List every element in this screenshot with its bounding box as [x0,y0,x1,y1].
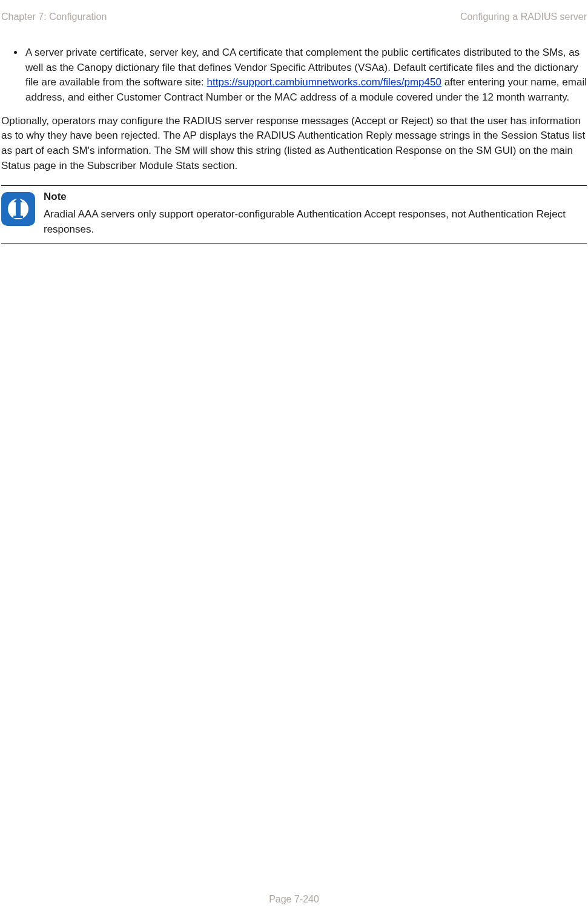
bullet-item: A server private certificate, server key… [24,45,587,105]
note-content-cell: Note Aradial AAA servers only support op… [44,186,587,243]
body-paragraph: Optionally, operators may configure the … [1,114,587,174]
note-heading: Note [44,190,582,205]
page-footer: Page 7-240 [0,892,588,906]
page-header: Chapter 7: Configuration Configuring a R… [1,10,587,24]
info-icon [1,192,35,226]
header-left: Chapter 7: Configuration [1,10,107,24]
svg-rect-2 [16,202,21,216]
note-callout: Note Aradial AAA servers only support op… [1,185,587,243]
note-icon-cell [1,186,44,243]
header-right: Configuring a RADIUS server [460,10,587,24]
note-body: Aradial AAA servers only support operato… [44,207,582,237]
software-site-link[interactable]: https://support.cambiumnetworks.com/file… [207,76,441,88]
bullet-list: A server private certificate, server key… [18,45,587,105]
svg-rect-3 [13,216,23,218]
